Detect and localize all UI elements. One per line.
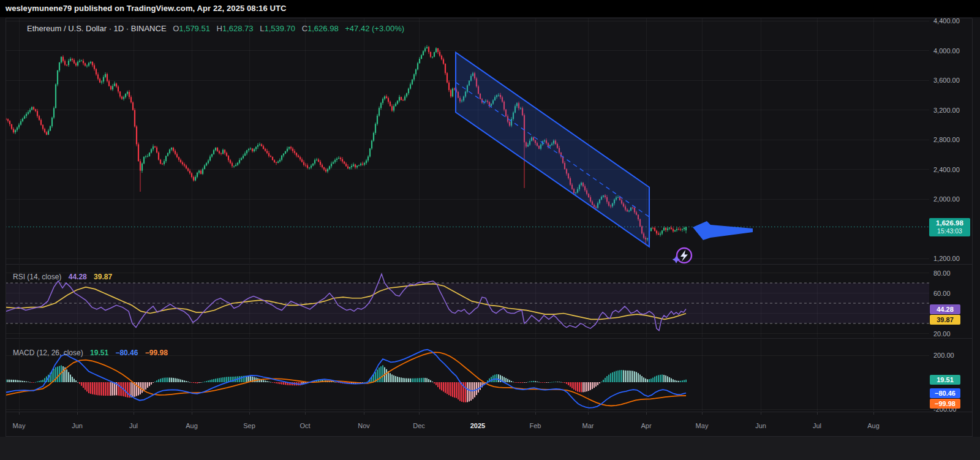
time-axis-label: 2025	[463, 422, 492, 429]
rsi-ma-badge: 39.87	[930, 315, 960, 325]
time-axis-label: Jul	[119, 422, 148, 429]
time-axis-label: Mar	[573, 422, 603, 429]
close-label: C	[302, 24, 307, 33]
price-axis-label: 3,200.00	[933, 107, 960, 115]
price-axis-label: 4,400.00	[933, 17, 960, 25]
time-axis-label: Jul	[802, 422, 832, 429]
rsi-ma-value: 39.87	[94, 273, 112, 281]
rsi-axis-label: 80.00	[933, 270, 951, 277]
last-price-value: 1,626.98	[929, 219, 970, 227]
time-axis-label: Aug	[177, 422, 206, 429]
time-axis-label: Aug	[859, 422, 888, 429]
macd-signal-value: −99.98	[145, 349, 168, 357]
change-value: +47.42 (+3.00%)	[345, 24, 404, 33]
macd-pane[interactable]	[6, 350, 687, 408]
macd-hist-value: 19.51	[90, 349, 108, 357]
bar-countdown: 15:43:03	[929, 227, 970, 235]
tradingview-published-chart: wesleymunene79 published on TradingView.…	[0, 0, 980, 460]
macd-legend: MACD (12, 26, close) 19.51 −80.46 −99.98	[13, 349, 168, 357]
rsi-line-badge: 44.28	[930, 304, 960, 314]
high-label: H	[217, 24, 222, 33]
rsi-axis-label: 60.00	[933, 290, 951, 298]
lightning-icon[interactable]	[673, 248, 692, 263]
macd-legend-title: MACD (12, 26, close)	[13, 349, 83, 357]
low-value: 1,539.70	[264, 24, 295, 33]
macd-hist-badge: 19.51	[930, 375, 960, 385]
price-axis-label: 2,000.00	[933, 195, 960, 203]
chart-canvas[interactable]	[0, 0, 980, 460]
macd-line-value: −80.46	[115, 349, 138, 357]
time-axis-label: Feb	[521, 422, 550, 429]
macd-line-badge: −80.46	[930, 388, 960, 398]
time-axis-label: May	[687, 422, 717, 429]
last-price-badge: 1,626.98 15:43:03	[929, 218, 970, 236]
time-axis-label: Jun	[62, 422, 92, 429]
symbol-legend: Ethereum / U.S. Dollar · 1D · BINANCE O1…	[27, 24, 404, 33]
channel-annotation[interactable]	[456, 53, 649, 247]
price-axis-label: 4,000.00	[933, 47, 960, 55]
rsi-line-value: 44.28	[69, 273, 87, 281]
time-axis-label: Apr	[631, 422, 661, 429]
open-value: 1,579.51	[179, 24, 210, 33]
rsi-legend-title: RSI (14, close)	[13, 273, 61, 281]
footer-bar: TradingView	[0, 437, 980, 460]
macd-axis-label: 200.00	[933, 352, 954, 360]
high-value: 1,628.73	[222, 24, 254, 33]
rsi-legend: RSI (14, close) 44.28 39.87	[13, 273, 112, 281]
time-axis-label: Jun	[746, 422, 775, 429]
price-axis-label: 2,400.00	[933, 166, 960, 174]
price-axis-label: 1,200.00	[933, 255, 960, 263]
price-axis-label: 3,600.00	[933, 77, 960, 85]
rsi-axis-label: 20.00	[933, 330, 951, 338]
price-axis-label: 2,800.00	[933, 136, 960, 144]
macd-signal-badge: −99.98	[930, 399, 960, 409]
time-axis-label: Sep	[235, 422, 264, 429]
arrow-annotation[interactable]	[693, 221, 753, 240]
time-axis-label: Dec	[404, 422, 434, 429]
time-axis-label: May	[4, 422, 34, 429]
symbol-title: Ethereum / U.S. Dollar · 1D · BINANCE	[27, 24, 167, 33]
close-value: 1,626.98	[307, 24, 339, 33]
time-axis-label: Nov	[349, 422, 379, 429]
time-axis-label: Oct	[290, 422, 320, 429]
open-label: O	[173, 24, 179, 33]
